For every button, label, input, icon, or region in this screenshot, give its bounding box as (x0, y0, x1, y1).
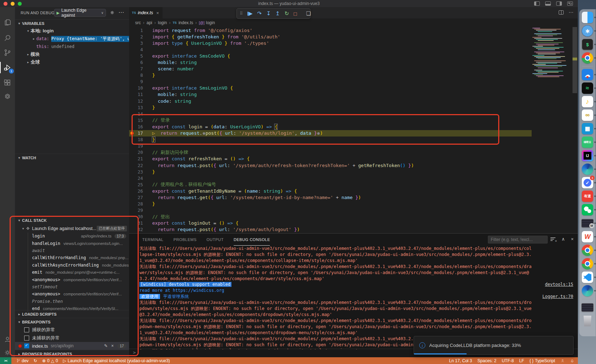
code-line[interactable]: 5export interface SmsCodeVO { (129, 53, 532, 59)
language-mode[interactable]: { } TypeScript (530, 358, 555, 363)
debug-session-row[interactable]: ▾ Launch Edge against localhost... 已在断点处… (15, 225, 129, 232)
gutter[interactable] (129, 226, 134, 233)
call-stack-frame[interactable]: <anonymous>components/Verifition/src/Ver… (15, 276, 129, 283)
edit-breakpoint-icon[interactable]: ✎ (104, 343, 108, 348)
watch-section-header[interactable]: ▾ WATCH (15, 154, 129, 161)
notification-toast[interactable]: i Acquiring CodeLLDB platform package: 3… (414, 336, 574, 355)
variables-group-modules[interactable]: ▸ 模块 (15, 50, 129, 58)
dock-terminal-app-icon[interactable]: $ (581, 38, 594, 51)
close-panel-icon[interactable]: × (571, 236, 574, 242)
console-entry[interactable]: 无法读取 file:///Users/yunai/Java/yudao-ui-a… (139, 318, 573, 336)
cursor-position[interactable]: Ln 17, Col 3 (449, 358, 472, 363)
dock-edge-2-icon[interactable] (581, 284, 594, 298)
dock-minimized-editor-window-icon[interactable]: M (581, 216, 594, 230)
dock-youdao-icon[interactable]: 有道 (581, 189, 594, 203)
dock-activity-monitor-icon[interactable]: ≈ (581, 81, 594, 95)
gutter[interactable] (129, 117, 134, 123)
code-line[interactable]: 4 (129, 46, 532, 53)
openai-icon[interactable] (0, 90, 15, 104)
problems-indicator[interactable]: ⊗0 △0 (42, 358, 58, 363)
dock-ticktick-icon[interactable]: ✓3 (581, 176, 594, 189)
sync-indicator[interactable]: ↻ (33, 358, 37, 363)
dock-chrome-3-icon[interactable] (581, 257, 594, 271)
gutter[interactable] (129, 149, 134, 156)
gutter[interactable] (129, 59, 134, 65)
dock-trash-icon[interactable] (581, 314, 594, 328)
breakpoint-caught-exceptions[interactable]: 捕获的异常 (15, 326, 129, 334)
gutter[interactable] (129, 79, 134, 85)
code-line[interactable]: ▶17▷ return request.post({ url: '/system… (129, 130, 532, 136)
console-entry[interactable]: 欢迎使用芋道管理系统Logger.ts:70 (139, 294, 573, 300)
extensions-icon[interactable] (0, 76, 15, 90)
toggle-panel-icon[interactable] (545, 1, 551, 6)
toggle-sidebar-icon[interactable] (534, 1, 540, 6)
drag-grip-icon[interactable]: ⠿ (240, 11, 243, 16)
branch-indicator[interactable]: dev (16, 358, 28, 363)
code-line[interactable]: 27 return request.get({ url: '/system/te… (129, 194, 532, 200)
code-line[interactable]: 31export const loginOut = () => { (129, 220, 532, 226)
gutter[interactable] (129, 123, 134, 130)
tab-terminal[interactable]: TERMINAL (142, 234, 164, 246)
call-stack-frame[interactable]: Promise.then (15, 298, 129, 305)
stop-icon[interactable]: □ (294, 11, 297, 17)
tab-output[interactable]: OUTPUT (207, 234, 224, 246)
loaded-scripts-section-header[interactable]: ▸ LOADED SCRIPTS (15, 310, 129, 318)
gutter[interactable] (129, 98, 134, 104)
browser-breakpoints-section-header[interactable]: ▸ BROWSER BREAKPOINTS (15, 350, 129, 357)
breakpoint-uncaught-exceptions[interactable]: 未捕获的异常 (15, 334, 129, 342)
gutter[interactable] (129, 66, 134, 72)
toggle-secondary-sidebar-icon[interactable] (556, 1, 562, 6)
dock-finder-icon[interactable] (581, 11, 594, 24)
call-stack-frame[interactable]: handleLoginviews/Login/components/Login.… (15, 240, 129, 247)
gutter[interactable] (129, 111, 134, 117)
dock-docker-icon[interactable]: ▦ (581, 122, 594, 135)
dock-intellij-idea-icon[interactable]: IJ (581, 149, 594, 162)
console-entry[interactable]: read more at https://windicss.org (139, 288, 573, 294)
filter-icon[interactable] (550, 237, 555, 241)
more-actions-icon[interactable]: ⋯ (118, 9, 124, 16)
code-line[interactable]: 29 (129, 207, 532, 214)
gutter[interactable] (129, 104, 134, 111)
gutter[interactable] (129, 214, 134, 220)
checkbox-checked[interactable] (24, 343, 29, 348)
inline-breakpoint-dot-icon[interactable] (317, 132, 320, 135)
code-line[interactable]: 23} (129, 168, 532, 175)
checkbox-unchecked[interactable] (24, 327, 29, 332)
code-line[interactable]: 30// 登出 (129, 214, 532, 220)
gutter[interactable] (129, 136, 134, 143)
console-entry[interactable]: 无法读取 file:///Users/yunai/Java/yudao-ui-a… (139, 246, 573, 264)
code-line[interactable]: 2import { getRefreshToken } from '@/util… (129, 33, 532, 40)
split-editor-icon[interactable] (559, 10, 564, 15)
code-line[interactable]: 11 mobile: string (129, 91, 532, 98)
variables-scope-row[interactable]: ▾ 本地: login (15, 27, 129, 35)
gutter[interactable] (129, 91, 134, 98)
editor-more-actions-icon[interactable]: ⋯ (569, 10, 574, 15)
gutter[interactable] (129, 220, 134, 226)
gutter[interactable] (129, 72, 134, 79)
source-link[interactable]: Logger.ts:70 (542, 294, 573, 300)
search-icon[interactable] (0, 31, 15, 45)
variables-group-global[interactable]: ▸ 全球 (15, 58, 129, 66)
code-line[interactable]: 13} (129, 104, 532, 111)
console-entry[interactable]: 无法读取 file:///Users/yunai/Java/yudao-ui-a… (139, 264, 573, 282)
launch-config-dropdown[interactable]: ▶ Launch Edge against ∨ (54, 9, 106, 17)
indentation[interactable]: Spaces: 2 (478, 358, 496, 363)
step-into-icon[interactable]: ↧ (266, 10, 271, 17)
debug-console-output[interactable]: 无法读取 file:///Users/yunai/Java/yudao-ui-a… (139, 246, 573, 349)
dock-compass-browser-icon[interactable]: ∗ (581, 24, 594, 38)
continue-icon[interactable]: ▶ (248, 10, 253, 17)
code-line[interactable]: 6 mobile: string (129, 59, 532, 65)
call-stack-section-header[interactable]: ▾ CALL STACK (15, 216, 129, 224)
code-line[interactable]: 22 return request.post({ url: '/system/a… (129, 162, 532, 168)
variable-row-this[interactable]: this: undefined (15, 43, 129, 50)
run-and-debug-icon[interactable]: 1 (0, 60, 15, 75)
minimap[interactable] (532, 28, 572, 81)
code-line[interactable]: 21export const refreshToken = () => { (129, 156, 532, 162)
dock-wps-office-icon[interactable]: W (581, 230, 594, 243)
gutter[interactable] (129, 143, 134, 149)
call-stack-frame[interactable]: await (15, 247, 129, 254)
dock-chrome-icon[interactable] (581, 51, 594, 65)
account-icon[interactable] (0, 332, 15, 347)
gutter[interactable] (129, 27, 134, 33)
encoding[interactable]: UTF-8 (502, 358, 514, 363)
